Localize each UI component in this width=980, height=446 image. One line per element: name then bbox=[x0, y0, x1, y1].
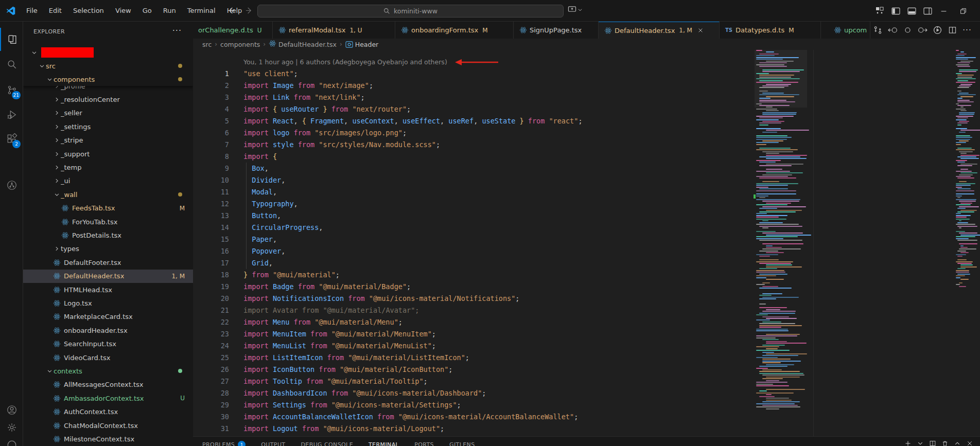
tree-item-root[interactable] bbox=[23, 46, 193, 59]
command-center-search[interactable]: kominiti-www bbox=[257, 5, 564, 17]
tree-item-HTMLHead.tsx[interactable]: HTMLHead.tsx bbox=[23, 283, 193, 296]
tree-item-FeedsTab.tsx[interactable]: FeedsTab.tsxM bbox=[23, 202, 193, 215]
code-editor[interactable]: You, 1 hour ago | 6 authors (Adegboyega … bbox=[193, 50, 980, 436]
open-change-circle-icon[interactable] bbox=[902, 25, 913, 36]
tree-item-_seller[interactable]: _seller bbox=[23, 106, 193, 120]
menu-selection[interactable]: Selection bbox=[67, 4, 110, 18]
tree-item-_support[interactable]: _support bbox=[23, 147, 193, 160]
tree-item-MarketplaceCard.tsx[interactable]: MarketplaceCard.tsx bbox=[23, 310, 193, 324]
code-line-6[interactable]: 6import logo from "src/images/logo.png"; bbox=[193, 127, 980, 139]
nav-forward-icon[interactable] bbox=[243, 5, 254, 16]
tree-item-ForYouTab.tsx[interactable]: ForYouTab.tsx bbox=[23, 215, 193, 228]
menu-terminal[interactable]: Terminal bbox=[182, 4, 221, 18]
run-code-run-circle-icon[interactable] bbox=[932, 25, 942, 36]
menu-go[interactable]: Go bbox=[137, 4, 157, 18]
code-line-15[interactable]: 15 Paper, bbox=[193, 234, 980, 245]
menu-run[interactable]: Run bbox=[157, 4, 182, 18]
code-line-25[interactable]: 25import ListItemIcon from "@mui/materia… bbox=[193, 352, 980, 364]
tab-orChallenge.d.ts[interactable]: orChallenge.d.tsU bbox=[193, 22, 273, 39]
code-line-31[interactable]: 31import Logout from "@mui/icons-materia… bbox=[193, 423, 980, 435]
code-line-24[interactable]: 24import MenuList from "@mui/material/Me… bbox=[193, 340, 980, 352]
code-line-3[interactable]: 3import Link from "next/link"; bbox=[193, 92, 980, 103]
panel-tab-terminal[interactable]: TERMINAL bbox=[369, 441, 399, 446]
run-debug-activity-debug-icon[interactable] bbox=[0, 103, 23, 126]
trash-icon[interactable] bbox=[942, 439, 948, 446]
tab-referralModal.tsx[interactable]: referralModal.tsx1, U bbox=[273, 22, 395, 39]
code-line-22[interactable]: 22import Menu from "@mui/material/Menu"; bbox=[193, 316, 980, 328]
tree-item-_resolutionCenter[interactable]: _resolutionCenter bbox=[23, 93, 193, 106]
panel-tab-debug-console[interactable]: DEBUG CONSOLE bbox=[301, 441, 353, 446]
breadcrumb-symbol[interactable]: Header bbox=[345, 41, 379, 48]
compare-changes-git-compare-icon[interactable] bbox=[872, 25, 883, 36]
tab-SignUpPage.tsx[interactable]: SignUpPage.tsx bbox=[514, 22, 599, 39]
code-line-17[interactable]: 17 Grid, bbox=[193, 257, 980, 269]
explorer-more-actions-icon[interactable]: ··· bbox=[172, 26, 182, 35]
nav-back-icon[interactable] bbox=[225, 5, 237, 16]
code-line-10[interactable]: 10 Divider, bbox=[193, 174, 980, 186]
code-line-4[interactable]: 4import { useRouter } from "next/router"… bbox=[193, 103, 980, 115]
panel-tab-gitlens[interactable]: GITLENS bbox=[449, 441, 475, 446]
code-line-21[interactable]: 21import Avatar from "@mui/material/Avat… bbox=[193, 305, 980, 316]
chevron-down-icon[interactable] bbox=[917, 439, 923, 446]
code-line-16[interactable]: 16 Popover, bbox=[193, 245, 980, 257]
panel-tab-problems[interactable]: PROBLEMS1 bbox=[202, 441, 246, 446]
tree-item-SearchInput.tsx[interactable]: SearchInput.tsx bbox=[23, 337, 193, 351]
code-line-11[interactable]: 11 Modal, bbox=[193, 186, 980, 198]
source-control-activity-source-control-icon[interactable]: 21 bbox=[0, 78, 23, 101]
tab-close-icon[interactable] bbox=[697, 27, 704, 33]
code-line-5[interactable]: 5import React, { Fragment, useContext, u… bbox=[193, 115, 980, 127]
tree-item-_settings[interactable]: _settings bbox=[23, 120, 193, 133]
explorer-activity-files-icon[interactable] bbox=[0, 28, 23, 51]
tree-item-DefaultHeader.tsx[interactable]: DefaultHeader.tsx1, M bbox=[23, 270, 193, 283]
minimize-icon[interactable] bbox=[938, 5, 949, 16]
code-line-20[interactable]: 20import NotificationsIcon from "@mui/ic… bbox=[193, 293, 980, 305]
tree-item-onboardHeader.tsx[interactable]: onboardHeader.tsx bbox=[23, 324, 193, 337]
code-line-29[interactable]: 29import Settings from "@mui/icons-mater… bbox=[193, 399, 980, 411]
share-circle-activity-share-circle-icon[interactable] bbox=[0, 173, 23, 197]
code-line-27[interactable]: 27import Tooltip from "@mui/material/Too… bbox=[193, 376, 980, 387]
code-line-12[interactable]: 12 Typography, bbox=[193, 198, 980, 210]
restore-icon[interactable] bbox=[957, 5, 969, 16]
tree-item-MilestoneContext.tsx[interactable]: MilestoneContext.tsx bbox=[23, 432, 193, 445]
split-terminal-icon[interactable] bbox=[930, 439, 936, 446]
panel-tab-output[interactable]: OUTPUT bbox=[261, 441, 285, 446]
tree-item-contexts[interactable]: contexts bbox=[23, 364, 193, 378]
close-icon[interactable] bbox=[977, 5, 980, 16]
tree-item-_wall[interactable]: _wall bbox=[23, 188, 193, 201]
toggle-sidebar-icon[interactable] bbox=[890, 5, 901, 16]
tree-item-ChatModalContext.tsx[interactable]: ChatModalContext.tsx bbox=[23, 419, 193, 432]
split-editor-split-editor-icon[interactable] bbox=[947, 25, 957, 36]
code-line-28[interactable]: 28import DashboardIcon from "@mui/icons-… bbox=[193, 387, 980, 399]
tree-item-DefaultFooter.tsx[interactable]: DefaultFooter.tsx bbox=[23, 256, 193, 269]
code-line-23[interactable]: 23import MenuItem from "@mui/material/Me… bbox=[193, 328, 980, 340]
tree-item-components[interactable]: components bbox=[23, 73, 193, 86]
panel-tab-ports[interactable]: PORTS bbox=[414, 441, 434, 446]
code-line-26[interactable]: 26import IconButton from "@mui/material/… bbox=[193, 364, 980, 376]
tree-item-AllMessagesContext.tsx[interactable]: AllMessagesContext.tsx bbox=[23, 378, 193, 391]
toggle-panel-icon[interactable] bbox=[906, 5, 917, 16]
code-line-14[interactable]: 14 CircularProgress, bbox=[193, 222, 980, 234]
secondary-minimap[interactable] bbox=[955, 50, 979, 289]
tab-Datatypes.d.ts[interactable]: TSDatatypes.d.tsM bbox=[720, 22, 821, 39]
tree-item-_stripe[interactable]: _stripe bbox=[23, 134, 193, 147]
extensions-activity-extensions-icon[interactable]: 2 bbox=[0, 127, 23, 150]
tree-item-_temp[interactable]: _temp bbox=[23, 160, 193, 174]
breadcrumb-components[interactable]: components bbox=[220, 41, 260, 48]
toggle-secondary-sidebar-icon[interactable] bbox=[922, 5, 933, 16]
tab-onboardingForm.tsx[interactable]: onboardingForm.tsxM bbox=[395, 22, 514, 39]
tree-item-AmbassadorContext.tsx[interactable]: AmbassadorContext.tsxU bbox=[23, 391, 193, 405]
breadcrumb-file[interactable]: DefaultHeader.tsx bbox=[269, 40, 337, 49]
new-terminal-icon[interactable] bbox=[905, 439, 911, 446]
breadcrumb-src[interactable]: src bbox=[202, 41, 212, 48]
menu-edit[interactable]: Edit bbox=[43, 4, 67, 18]
search-activity-search-icon[interactable] bbox=[0, 52, 23, 76]
tree-item-AuthContext.tsx[interactable]: AuthContext.tsx bbox=[23, 405, 193, 419]
customize-layout-icon[interactable] bbox=[874, 5, 885, 16]
close-panel-icon[interactable] bbox=[967, 439, 973, 446]
screen-share-button[interactable] bbox=[568, 6, 583, 13]
code-line-2[interactable]: 2import Image from "next/image"; bbox=[193, 80, 980, 92]
code-line-8[interactable]: 8import { bbox=[193, 151, 980, 163]
partial-circle-circle-icon[interactable] bbox=[0, 433, 23, 446]
tree-item-Logo.tsx[interactable]: Logo.tsx bbox=[23, 296, 193, 310]
tab-DefaultHeader.tsx[interactable]: DefaultHeader.tsx1, M bbox=[599, 22, 720, 39]
